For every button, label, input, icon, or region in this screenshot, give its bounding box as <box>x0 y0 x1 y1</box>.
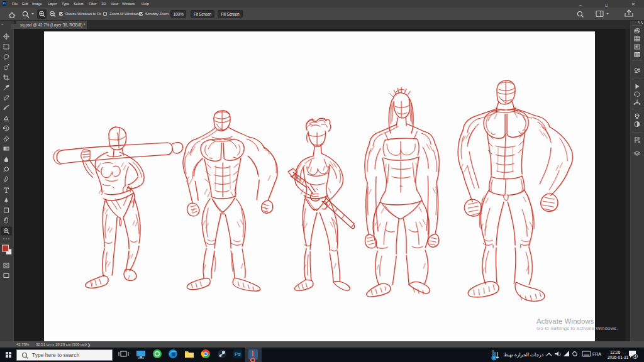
svg-text:درجات الحرارة تهبط: درجات الحرارة تهبط <box>504 352 543 358</box>
svg-text:FRA: FRA <box>592 352 601 356</box>
svg-text:Ps: Ps <box>235 351 241 357</box>
svg-text:12:26: 12:26 <box>610 350 621 354</box>
svg-text:2026-01-31: 2026-01-31 <box>608 355 629 359</box>
